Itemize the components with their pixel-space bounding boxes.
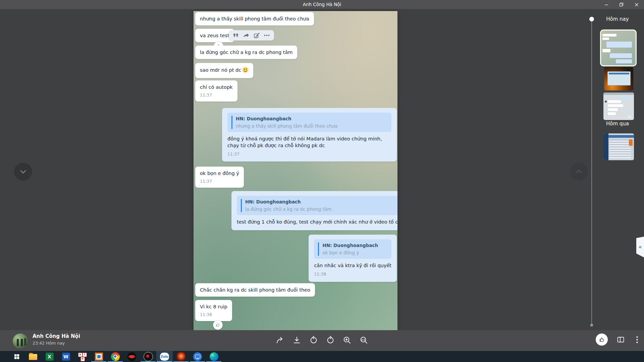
dark-red-app-icon [127, 352, 136, 361]
quote-icon[interactable] [233, 33, 239, 38]
actual-size-button[interactable]: 1:1 [358, 334, 370, 346]
chat-reply-bubble: HN: Duonghoangbach la đứng góc chữ a kg … [231, 191, 397, 230]
folder-icon [29, 354, 37, 360]
timeline-end-dot [590, 324, 593, 326]
taskbar-chrome[interactable] [107, 351, 123, 362]
message-time: 11:37 [227, 152, 391, 157]
message-text: đồng ý khoá ngược thì để tớ nói Madara l… [227, 136, 391, 149]
message-time: 11:37 [200, 93, 233, 98]
split-view-button[interactable] [614, 334, 627, 346]
more-icon[interactable] [264, 35, 270, 36]
photo-timestamp: 23:42 Hôm nay [33, 341, 65, 346]
thumbs-up-icon [599, 337, 605, 343]
next-image-button[interactable] [570, 163, 588, 181]
smiling-face-emoji [242, 67, 249, 74]
rotate-right-icon [326, 336, 335, 345]
message-time: 11:37 [200, 179, 239, 184]
share-button[interactable] [274, 334, 286, 346]
chevrons-left-icon: « [639, 244, 642, 250]
share-icon [276, 336, 284, 345]
mu-game-icon [177, 352, 185, 361]
vertical-dots-icon [636, 336, 638, 343]
chat-bubble: nhưng a thấy skill phong tâm đuổi theo c… [195, 12, 314, 25]
viewer-toolbar: 1:1 [274, 334, 370, 346]
download-icon [292, 336, 301, 345]
chat-bubble: la đứng góc chữ a kg ra dc phong tâm [195, 46, 297, 59]
minimize-icon [604, 3, 608, 7]
restore-button[interactable] [614, 0, 629, 9]
sidebar-today-label: Hôm nay [595, 16, 640, 22]
chat-bubble: chỉ có autopk 11:37 [195, 80, 237, 102]
timeline-track [591, 21, 592, 325]
message-text: cân nhắc và ktra kỹ đi rồi quyết [314, 262, 391, 269]
viewer-footer: Anh Công Hà Nội 23:42 Hôm nay 1:1 [0, 330, 644, 351]
taskbar-unikey[interactable]: u i n [74, 351, 91, 362]
taskbar-edge[interactable] [206, 351, 222, 362]
close-button[interactable] [629, 0, 644, 9]
word-icon: W [62, 353, 70, 361]
taskbar-file-explorer[interactable] [25, 351, 41, 362]
chrome-icon [111, 352, 120, 361]
message-text: test đứng 1 chỗ ko đúng, test chạy mới c… [237, 219, 397, 226]
rotate-left-button[interactable] [308, 334, 320, 346]
thumbs-up-icon [215, 322, 220, 327]
chat-bubble: sao mdr nó pt dc [195, 63, 253, 78]
start-button[interactable] [8, 351, 25, 362]
excel-icon: X [46, 353, 54, 361]
taskbar-mu-game[interactable] [173, 351, 189, 362]
viewer-right-tools [596, 334, 641, 346]
message-time: 11:38 [200, 312, 227, 317]
more-options-button[interactable] [633, 334, 641, 346]
taskbar-excel[interactable]: X [41, 351, 58, 362]
rotate-right-button[interactable] [324, 334, 336, 346]
quoted-message: HN: Duonghoangbach nhưng a thấy skill ph… [227, 113, 391, 132]
thumbnail-chat-screenshot-selected[interactable] [600, 29, 637, 66]
quote-author: HN: Duonghoangbach [322, 242, 378, 248]
remote-desktop-icon [193, 352, 202, 361]
taskbar-apps: X W u i n Zalo [8, 351, 222, 362]
forward-icon[interactable] [243, 33, 249, 38]
thumbnail-orange-photo[interactable] [604, 67, 633, 90]
vmware-player-icon [95, 353, 103, 361]
split-view-icon [616, 336, 625, 344]
window-controls [599, 0, 644, 9]
chat-bubble: Chắc chắn kg ra dc skill phong tâm đuổi … [195, 283, 315, 297]
avatar[interactable] [13, 334, 28, 349]
thumbnail-gray-chat[interactable] [603, 93, 634, 120]
zoom-in-button[interactable] [341, 334, 353, 346]
unikey-icon: u i n [78, 352, 87, 361]
rotate-left-icon [309, 336, 318, 345]
image-viewer: nhưng a thấy skill phong tâm đuổi theo c… [0, 9, 644, 330]
chat-reply-bubble: HN: Duonghoangbach ok bọn e đồng ý cân n… [309, 235, 397, 282]
taskbar-dark-red-app[interactable] [123, 351, 140, 362]
taskbar-word[interactable]: W [58, 351, 74, 362]
timeline-handle[interactable] [589, 17, 594, 21]
minimize-button[interactable] [599, 0, 614, 9]
photo-chat-screenshot: nhưng a thấy skill phong tâm đuổi theo c… [194, 11, 397, 330]
collapse-sidebar-button[interactable]: « [636, 237, 644, 257]
taskbar-screen-recorder[interactable] [140, 351, 156, 362]
svg-text:1:1: 1:1 [361, 339, 365, 341]
window-titlebar: Anh Công Hà Nội [0, 0, 644, 9]
prev-image-button[interactable] [14, 163, 32, 181]
quote-bar [318, 242, 319, 256]
zoom-in-icon [343, 336, 352, 345]
quote-author: HN: Duonghoangbach [245, 199, 331, 205]
chevron-up-icon [575, 167, 583, 176]
taskbar-vmware[interactable] [91, 351, 107, 362]
download-button[interactable] [291, 334, 303, 346]
edit-icon[interactable] [254, 33, 260, 38]
quote-text: ok bọn e đồng ý [322, 250, 378, 256]
like-button[interactable] [596, 334, 608, 346]
taskbar-remote-desktop[interactable] [189, 351, 206, 362]
message-time: 11:38 [314, 272, 391, 277]
taskbar: X W u i n Zalo [0, 351, 644, 362]
quoted-message: HN: Duonghoangbach ok bọn e đồng ý [314, 239, 391, 259]
restore-icon [619, 2, 624, 7]
chevron-down-icon [19, 167, 28, 176]
window-title: Anh Công Hà Nội [0, 0, 644, 9]
quoted-message: HN: Duonghoangbach la đứng góc chữ a kg … [237, 196, 397, 215]
taskbar-zalo[interactable]: Zalo [156, 351, 173, 362]
reaction-button [213, 320, 223, 330]
thumbnail-table-screenshot[interactable] [603, 133, 634, 160]
